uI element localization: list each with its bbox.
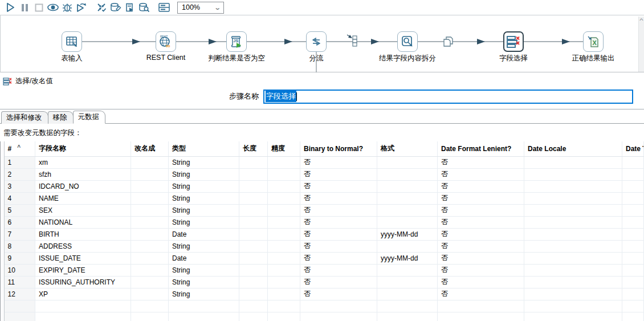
table-cell[interactable]: 否 bbox=[438, 216, 524, 228]
table-cell[interactable] bbox=[377, 276, 438, 288]
step-table-input[interactable]: 表输入 bbox=[38, 31, 106, 63]
table-cell[interactable] bbox=[377, 216, 438, 228]
column-header[interactable]: Date Format Lenient? bbox=[438, 141, 524, 156]
table-cell[interactable] bbox=[622, 156, 644, 168]
table-cell[interactable]: 否 bbox=[300, 180, 377, 192]
table-cell[interactable] bbox=[131, 252, 169, 264]
table-cell[interactable] bbox=[239, 204, 268, 216]
table-cell[interactable] bbox=[622, 264, 644, 276]
empty-cell[interactable] bbox=[35, 300, 131, 312]
table-cell[interactable] bbox=[524, 228, 622, 240]
table-cell[interactable]: 否 bbox=[300, 240, 377, 252]
empty-cell[interactable] bbox=[239, 312, 268, 321]
table-cell[interactable]: 否 bbox=[438, 252, 524, 264]
empty-cell[interactable] bbox=[268, 300, 300, 312]
table-cell[interactable] bbox=[524, 192, 622, 204]
row-number-cell[interactable]: 6 bbox=[5, 216, 35, 228]
table-cell[interactable] bbox=[377, 192, 438, 204]
canvas-vertical-scrollbar[interactable]: ^ bbox=[638, 17, 644, 72]
step-name-input[interactable]: 字段选择 bbox=[263, 90, 633, 104]
run-icon[interactable] bbox=[3, 1, 17, 14]
column-header[interactable]: 类型 bbox=[169, 141, 239, 156]
table-cell[interactable]: 否 bbox=[438, 264, 524, 276]
table-cell[interactable] bbox=[239, 216, 268, 228]
column-header[interactable]: Binary to Normal? bbox=[300, 141, 377, 156]
zoom-level-combo[interactable]: 100% ⌄ bbox=[177, 2, 224, 14]
table-cell[interactable] bbox=[524, 168, 622, 180]
table-cell[interactable]: ISSUE_DATE bbox=[35, 252, 131, 264]
table-cell[interactable] bbox=[239, 168, 268, 180]
table-cell[interactable]: 否 bbox=[438, 240, 524, 252]
table-cell[interactable] bbox=[622, 216, 644, 228]
table-cell[interactable] bbox=[131, 264, 169, 276]
table-cell[interactable]: IDCARD_NO bbox=[35, 180, 131, 192]
table-cell[interactable] bbox=[131, 168, 169, 180]
table-cell[interactable] bbox=[268, 204, 300, 216]
empty-cell[interactable] bbox=[300, 312, 377, 321]
explore-database-icon[interactable] bbox=[137, 1, 151, 14]
table-cell[interactable] bbox=[377, 204, 438, 216]
table-cell[interactable] bbox=[268, 264, 300, 276]
empty-cell[interactable] bbox=[169, 312, 239, 321]
table-cell[interactable]: EXPIRY_DATE bbox=[35, 264, 131, 276]
transformation-canvas[interactable]: 表输入REST∞REST ClientJS判断结果是否为空分流结果字段内容拆分字… bbox=[0, 15, 644, 72]
empty-cell[interactable] bbox=[438, 312, 524, 321]
table-cell[interactable] bbox=[268, 240, 300, 252]
step-excel-output[interactable]: X正确结果输出 bbox=[559, 31, 627, 63]
table-cell[interactable] bbox=[377, 264, 438, 276]
table-cell[interactable] bbox=[524, 288, 622, 300]
table-cell[interactable]: 否 bbox=[438, 168, 524, 180]
table-cell[interactable] bbox=[524, 216, 622, 228]
step-javascript[interactable]: JS判断结果是否为空 bbox=[202, 31, 271, 63]
table-cell[interactable]: xm bbox=[35, 156, 131, 168]
empty-cell[interactable] bbox=[169, 300, 239, 312]
replay-icon[interactable] bbox=[75, 1, 88, 14]
table-cell[interactable] bbox=[524, 276, 622, 288]
table-cell[interactable] bbox=[268, 216, 300, 228]
generate-sql-icon[interactable] bbox=[123, 1, 137, 14]
table-cell[interactable] bbox=[524, 204, 622, 216]
column-header[interactable]: 改名成 bbox=[131, 141, 169, 156]
table-cell[interactable]: 否 bbox=[300, 252, 377, 264]
empty-cell[interactable] bbox=[438, 300, 524, 312]
table-cell[interactable]: BIRTH bbox=[35, 228, 131, 240]
table-cell[interactable]: 否 bbox=[300, 168, 377, 180]
table-cell[interactable] bbox=[131, 156, 169, 168]
table-cell[interactable] bbox=[131, 288, 169, 300]
table-cell[interactable]: 否 bbox=[300, 192, 377, 204]
table-cell[interactable] bbox=[622, 228, 644, 240]
table-cell[interactable] bbox=[268, 156, 300, 168]
table-cell[interactable] bbox=[131, 180, 169, 192]
table-cell[interactable] bbox=[239, 276, 268, 288]
tab-元数据[interactable]: 元数据 bbox=[73, 111, 106, 124]
table-cell[interactable] bbox=[268, 276, 300, 288]
pause-icon[interactable] bbox=[18, 1, 31, 14]
step-select-values[interactable]: 字段选择 bbox=[479, 31, 548, 63]
table-cell[interactable] bbox=[377, 156, 438, 168]
table-cell[interactable]: NAME bbox=[35, 192, 131, 204]
table-cell[interactable] bbox=[239, 228, 268, 240]
table-cell[interactable] bbox=[239, 240, 268, 252]
table-cell[interactable] bbox=[239, 156, 268, 168]
step-split-fields[interactable]: 结果字段内容拆分 bbox=[373, 31, 442, 63]
table-cell[interactable]: 否 bbox=[438, 156, 524, 168]
empty-cell[interactable] bbox=[377, 312, 438, 321]
column-header[interactable]: 长度 bbox=[239, 141, 268, 156]
table-cell[interactable] bbox=[622, 192, 644, 204]
table-cell[interactable] bbox=[131, 276, 169, 288]
table-cell[interactable]: 否 bbox=[300, 288, 377, 300]
table-cell[interactable] bbox=[131, 216, 169, 228]
step-rest-client[interactable]: REST∞REST Client bbox=[132, 31, 200, 62]
table-cell[interactable] bbox=[268, 168, 300, 180]
table-cell[interactable] bbox=[268, 252, 300, 264]
table-cell[interactable]: String bbox=[169, 180, 239, 192]
table-cell[interactable] bbox=[131, 192, 169, 204]
row-number-cell[interactable]: 9 bbox=[5, 252, 35, 264]
row-number-cell[interactable]: 5 bbox=[5, 204, 35, 216]
step-switch[interactable]: 分流 bbox=[282, 31, 350, 63]
tab-移除[interactable]: 移除 bbox=[48, 111, 74, 124]
table-cell[interactable] bbox=[377, 240, 438, 252]
empty-cell[interactable] bbox=[377, 300, 438, 312]
table-cell[interactable]: 否 bbox=[438, 192, 524, 204]
tab-选择和修改[interactable]: 选择和修改 bbox=[1, 111, 48, 124]
